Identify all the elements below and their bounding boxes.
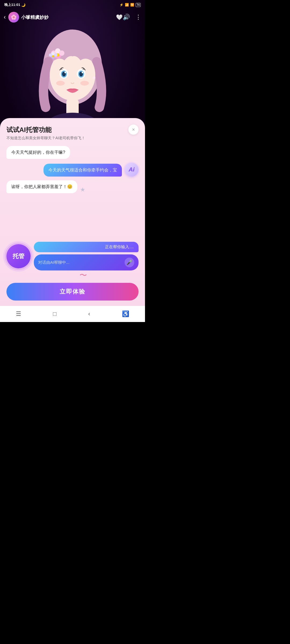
feature-card: 试试AI托管功能 不知道怎么和美女帅哥聊天？AI老司机带你飞！ × 今天天气挺好… <box>0 118 145 306</box>
more-icon[interactable]: ⋮ <box>135 14 141 21</box>
battery-indicator: 74 <box>136 3 141 7</box>
mic-button[interactable]: 🎤 <box>125 258 134 267</box>
message-row-3: 诶呀，你把人家都弄害羞了！😊 ★ <box>6 180 139 193</box>
input-placeholder: 对话由AI帮聊中... <box>38 260 70 265</box>
incoming-message-2: 诶呀，你把人家都弄害羞了！😊 <box>6 180 77 193</box>
input-bar[interactable]: 对话由AI帮聊中... 🎤 <box>34 254 139 270</box>
nav-bar: ‹ 🌸 小嗲精虞妙妙 🤍 🔊 ⋮ <box>0 10 145 25</box>
bottom-nav: ☰ □ ‹ ♿ <box>0 306 145 322</box>
svg-point-13 <box>80 81 89 86</box>
nav-menu-icon[interactable]: ☰ <box>16 310 21 317</box>
card-subtitle: 不知道怎么和美女帅哥聊天？AI老司机带你飞！ <box>6 136 139 141</box>
nav-accessibility-icon: ♿ <box>122 310 129 317</box>
status-bar: 晚上11:01 🌙 ⚡ 📶 🛜 74 <box>0 0 145 10</box>
wifi-icon: 🛜 <box>130 3 134 7</box>
card-title: 试试AI托管功能 <box>6 126 139 134</box>
svg-point-7 <box>64 72 66 73</box>
avatar-emoji: 🌸 <box>11 14 17 20</box>
svg-point-24 <box>52 55 54 57</box>
ai-badge: Ai <box>125 163 139 177</box>
squiggle-decoration: 〜 <box>28 272 139 279</box>
cta-button[interactable]: 立即体验 <box>6 283 139 301</box>
input-area: 托管 正在帮你输入.... 对话由AI帮聊中... 🎤 <box>6 242 139 270</box>
volume-icon[interactable]: 🔊 <box>123 14 130 21</box>
typing-indicator: 正在帮你输入.... <box>34 242 139 252</box>
moon-icon: 🌙 <box>21 3 26 7</box>
mic-icon: 🎤 <box>126 259 132 265</box>
profile-name[interactable]: 小嗲精虞妙妙 <box>21 14 114 20</box>
nav-back-icon[interactable]: ‹ <box>88 310 90 317</box>
nav-home-icon[interactable]: □ <box>53 310 56 317</box>
bluetooth-icon: ⚡ <box>119 3 124 7</box>
svg-point-14 <box>93 76 95 79</box>
svg-point-12 <box>56 81 65 86</box>
status-right: ⚡ 📶 🛜 74 <box>119 3 141 7</box>
input-column: 正在帮你输入.... 对话由AI帮聊中... 🎤 <box>34 242 139 270</box>
star-icon[interactable]: ★ <box>80 186 85 193</box>
message-row-2: 今天的天气很适合和你牵手约会，宝 Ai <box>6 163 139 177</box>
avatar: 🌸 <box>8 12 19 23</box>
tuoguan-button[interactable]: 托管 <box>6 244 31 268</box>
status-left: 晚上11:01 🌙 <box>4 2 26 7</box>
close-button[interactable]: × <box>128 125 139 135</box>
svg-point-11 <box>82 72 83 73</box>
time-label: 晚上11:01 <box>4 2 20 7</box>
chat-area: 今天天气挺好的，你在干嘛? 今天的天气很适合和你牵手约会，宝 Ai 诶呀，你把人… <box>6 146 139 236</box>
heart-icon[interactable]: 🤍 <box>116 14 123 20</box>
nav-actions: 🔊 ⋮ <box>123 14 141 21</box>
message-row-1: 今天天气挺好的，你在干嘛? <box>6 146 139 159</box>
svg-point-23 <box>54 53 57 57</box>
outgoing-message-1: 今天的天气很适合和你牵手约会，宝 <box>44 164 122 177</box>
incoming-message-1: 今天天气挺好的，你在干嘛? <box>6 146 70 159</box>
battery-level: 74 <box>137 3 140 6</box>
svg-point-18 <box>59 50 64 56</box>
tuoguan-label: 托管 <box>13 252 24 260</box>
signal-icon: 📶 <box>125 3 129 7</box>
back-button[interactable]: ‹ <box>4 14 6 21</box>
